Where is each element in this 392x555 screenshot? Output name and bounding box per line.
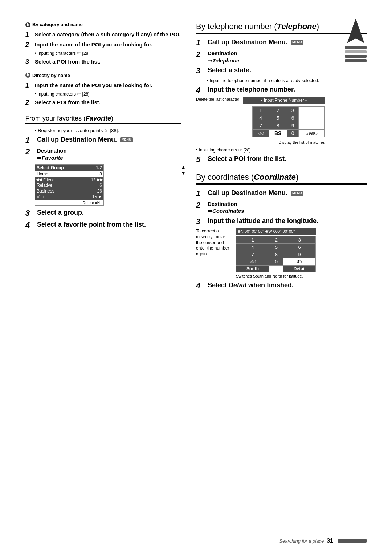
phone-key-prev[interactable]: ◁◁ (253, 130, 269, 137)
tel-step2-num: 2 (196, 50, 205, 59)
coord-menu-icon: MENU (291, 191, 303, 196)
step-c2: 2 Select a POI from the list. (25, 99, 181, 107)
coord-key-1[interactable]: 1 (236, 236, 269, 244)
coord-switch-label: Switches South and North for latitude. (236, 274, 316, 278)
coord-step2: 2 Destination ⇒Coordinates (196, 200, 367, 215)
coord-key-prev[interactable]: ◁◁ (236, 258, 269, 266)
coord-display: ⊕N 00° 00' 00" ⊕W 000° 00' 00" (236, 228, 316, 235)
phone-key-3[interactable]: 3 (287, 107, 299, 114)
coord-row-2: 4 5 6 (236, 244, 316, 251)
fav-delete-icon: ENT (95, 200, 102, 205)
coord-row-bottom: South Detail (236, 266, 316, 272)
delete-char-label-text: Delete the last character (196, 97, 239, 101)
coord-key-5[interactable]: 5 (269, 244, 283, 251)
section-c-title: Directly by name (32, 73, 70, 78)
coordinate-heading: By coordinates (Coordinate) (196, 173, 367, 185)
coord-key-0[interactable]: 0 (269, 258, 283, 266)
step-b2-text: Input the name of the POI you are lookin… (35, 41, 152, 48)
tel-step1-text-content: Call up Destination Menu. (208, 39, 287, 46)
step-b3: 3 Select a POI from the list. (25, 58, 181, 66)
coord-row-3: 7 8 9 (236, 251, 316, 258)
fav-row-relative-value: 6 (99, 183, 102, 188)
phone-key-6[interactable]: 6 (287, 114, 299, 122)
fav-step4-text: Select a favorite point from the list. (37, 220, 146, 229)
coord-step4-normal: Select (208, 281, 229, 289)
fav-step1: 1 Call up Destination Menu. MENU (25, 135, 181, 145)
fav-nav-left: ◀◀ (36, 177, 42, 182)
coord-step4-bold: Detail (229, 281, 246, 289)
fav-nav-row: ◀◀ Friend 12 ▶▶ (35, 177, 103, 182)
coord-step3: 3 Input the latitude and the longitude. (196, 217, 367, 226)
coord-key-7[interactable]: 7 (236, 251, 269, 258)
fav-step3-num: 3 (25, 208, 35, 218)
favorites-heading: From your favorites (Favorite) (25, 115, 181, 124)
phone-key-4[interactable]: 4 (253, 114, 269, 122)
coord-step2-arrow: ⇒ (208, 208, 212, 214)
coord-step2-num: 2 (196, 200, 205, 210)
fav-step4: 4 Select a favorite point from the list. (25, 220, 181, 230)
left-column: b By category and name 1 Select a catego… (25, 22, 181, 293)
coord-key-8[interactable]: 8 (269, 251, 283, 258)
fav-row-friend-value: 12 (91, 178, 95, 182)
coord-step1-text-content: Call up Destination Menu. (208, 189, 287, 197)
coord-table-container: ⊕N 00° 00' 00" ⊕W 000° 00' 00" 1 2 3 4 5… (236, 228, 316, 278)
coord-key-south[interactable]: South (236, 266, 269, 272)
coord-key-next[interactable]: ↺▷ (283, 258, 316, 266)
telephone-heading-close: ) (317, 22, 319, 31)
coord-key-6[interactable]: 6 (283, 244, 316, 251)
tel-step3-note: Input the telephone number if a state is… (207, 78, 367, 83)
coord-key-detail[interactable]: Detail (283, 266, 316, 272)
page: b By category and name 1 Select a catego… (0, 0, 392, 555)
tel-inputting-note: Inputting characters ☞ [28] (196, 147, 367, 153)
step-c1-num: 1 (25, 82, 33, 90)
fav-row-home-value: 3 (99, 171, 102, 177)
tel-step2-dest-label: Destination (208, 50, 239, 57)
step-b3-num: 3 (25, 58, 33, 66)
step-b1-text: Select a category (then a sub category i… (35, 31, 181, 38)
tel-step5-text: Select a POI from the list. (208, 155, 286, 163)
coord-row-1: 1 2 3 (236, 236, 316, 244)
fav-step3: 3 Select a group. (25, 208, 181, 218)
phone-key-8[interactable]: 8 (269, 122, 287, 130)
phone-key-1[interactable]: 1 (253, 107, 269, 114)
tel-step5: 5 Select a POI from the list. (196, 155, 367, 164)
phone-key-2[interactable]: 2 (269, 107, 287, 114)
fav-header-label: Select Group (37, 165, 64, 170)
phone-key-list[interactable]: □ 999▷ (299, 130, 325, 137)
scroll-indicator: ▲ ▼ (181, 164, 186, 176)
coord-step4: 4 Select Detail when finished. (196, 281, 367, 291)
fav-row-visit-label: Visit (37, 194, 45, 199)
phone-key-9[interactable]: 9 (287, 122, 299, 130)
telephone-heading: By telephone number (Telephone) (196, 22, 367, 34)
coord-row-last: ◁◁ 0 ↺▷ (236, 258, 316, 266)
phone-key-0[interactable]: 0 (287, 130, 299, 137)
phone-table-header: - Input Phone Number - (243, 97, 325, 104)
tel-step3: 3 Select a state. (196, 66, 367, 76)
fav-step2-num: 2 (25, 147, 35, 157)
coord-key-9[interactable]: 9 (283, 251, 316, 258)
scroll-up: ▲ (181, 164, 186, 170)
coord-key-3[interactable]: 3 (283, 236, 316, 244)
tel-step1-text: Call up Destination Menu. MENU (208, 38, 303, 46)
coord-step4-num: 4 (196, 281, 205, 291)
fav-step2-dest: Favorite (42, 155, 63, 161)
coord-key-2[interactable]: 2 (269, 236, 283, 244)
phone-key-5[interactable]: 5 (269, 114, 287, 122)
coord-step3-num: 3 (196, 217, 205, 226)
display-matches-label: Display the list of matches (243, 140, 325, 145)
favorites-table-wrapper: Select Group 1/2 Home 3 ◀◀ Friend 12 ▶▶ (35, 164, 181, 206)
coord-key-4[interactable]: 4 (236, 244, 269, 251)
favorites-heading-close: ) (111, 115, 113, 122)
coordinate-heading-close: ) (296, 173, 298, 182)
menu-icon: MENU (120, 137, 133, 142)
phone-row-bottom: ◁◁ BS 0 □ 999▷ (253, 130, 325, 137)
phone-key-bs[interactable]: BS (269, 130, 287, 137)
phone-row-1: 1 2 3 (253, 107, 325, 114)
coord-step4-text: Select Detail when finished. (208, 281, 294, 289)
fav-step1-text-content: Call up Destination Menu. (37, 136, 117, 143)
coord-input-area: To correct a misentry, move the cursor a… (196, 228, 367, 278)
tel-step5-num: 5 (196, 155, 205, 164)
fav-row-friend-label: Friend (42, 178, 91, 182)
phone-key-7[interactable]: 7 (253, 122, 269, 130)
tel-step2-dest: Telephone (212, 57, 239, 64)
